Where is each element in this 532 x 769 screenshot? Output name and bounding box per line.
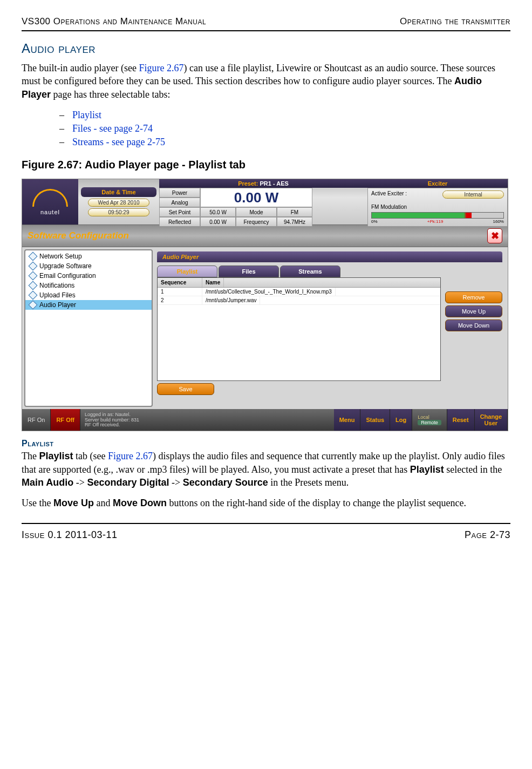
subsection-title: Playlist: [22, 439, 510, 448]
text: in the Presets menu.: [268, 477, 349, 488]
playlist-paragraph: The Playlist tab (see Figure 2.67) displ…: [22, 450, 510, 489]
text: ->: [73, 477, 87, 488]
label-mode: Mode: [236, 207, 277, 217]
text: and: [94, 498, 113, 508]
footer-left: Issue 0.1 2011-03-11: [22, 529, 118, 541]
rf-off-button[interactable]: RF Off: [51, 409, 80, 431]
power-readout: 0.00 W: [200, 188, 312, 207]
value-setpoint: 50.0 W: [200, 207, 236, 217]
diamond-icon: [29, 291, 38, 300]
local-remote-toggle[interactable]: Local Remote: [412, 409, 447, 431]
intro-paragraph: The built-in audio player (see Figure 2.…: [22, 62, 510, 101]
text: selected in the: [444, 464, 502, 475]
list-link-playlist[interactable]: Playlist: [72, 108, 101, 122]
status-info: Logged in as: Nautel. Server build numbe…: [80, 409, 334, 431]
nav-notifications[interactable]: Notifications: [25, 281, 152, 290]
menu-button[interactable]: Menu: [334, 409, 361, 431]
footer-right: Page 2-73: [465, 529, 510, 541]
header-right: Operating the transmitter: [400, 16, 510, 27]
table-row[interactable]: 2 /mnt/usb/Jumper.wav: [158, 296, 440, 305]
log-button[interactable]: Log: [390, 409, 412, 431]
exciter-cell: Exciter Active Exciter : Internal FM Mod…: [367, 179, 508, 224]
tab-streams[interactable]: Streams: [280, 266, 340, 277]
value-frequency: 94.7MHz: [277, 217, 312, 227]
nav-label: Upgrade Software: [39, 262, 92, 270]
value-reflected: 0.00 W: [200, 217, 236, 227]
tabs: Playlist Files Streams: [157, 266, 502, 277]
section-title: Audio player: [22, 41, 510, 56]
nav-label: Notifications: [39, 282, 74, 289]
info-cell: Preset: PR1 - AES Power 0.00 W Analog Se…: [159, 179, 367, 224]
text: Use the: [22, 498, 53, 508]
date-time-cell: Date & Time Wed Apr 28 2010 09:50:29: [78, 179, 159, 224]
bold-text: Secondary Source: [183, 477, 268, 488]
date-pill: Wed Apr 28 2010: [88, 199, 149, 207]
th-name: Name: [202, 278, 224, 287]
nav-network-setup[interactable]: Network Setup: [25, 251, 152, 261]
figure-ref-link[interactable]: Figure 2.67: [139, 63, 183, 73]
internal-pill: Internal: [442, 190, 504, 199]
dash: –: [59, 108, 72, 122]
text: tab (see: [73, 451, 108, 461]
local-label: Local: [418, 414, 441, 420]
text: page has three selectable tabs:: [51, 89, 170, 100]
button-column: Remove Move Up Move Down: [445, 277, 502, 381]
preset-value: PR1 - AES: [258, 180, 288, 187]
label-power: Power: [159, 188, 200, 198]
close-button[interactable]: ✖: [487, 228, 502, 243]
list-link-files[interactable]: Files - see page 2-74: [72, 122, 153, 135]
header-left: VS300 Operations and Maintenance Manual: [22, 16, 206, 27]
diamond-icon: [29, 281, 38, 290]
bold-text: Main Audio: [22, 477, 73, 488]
bottom-bar: RF On RF Off Logged in as: Nautel. Serve…: [22, 409, 508, 431]
status-button[interactable]: Status: [360, 409, 390, 431]
bold-text: Playlist: [39, 451, 73, 461]
bar-max: 160%: [493, 219, 504, 224]
bold-text: Playlist: [410, 464, 444, 475]
preset-heading: Preset: PR1 - AES: [159, 179, 367, 188]
td-name: /mnt/usb/Collective_Soul_-_The_World_I_K…: [202, 288, 336, 296]
tab-playlist[interactable]: Playlist: [157, 266, 217, 277]
bold-text: Move Down: [113, 498, 167, 508]
tab-files[interactable]: Files: [219, 266, 279, 277]
playlist-table: Sequence Name 1 /mnt/usb/Collective_Soul…: [157, 277, 441, 381]
diamond-icon: [29, 301, 38, 310]
active-exciter-label: Active Exciter :: [371, 190, 407, 196]
list-link-streams[interactable]: Streams - see page 2-75: [72, 135, 165, 149]
label-reflected: Reflected: [159, 217, 200, 227]
logo-text: nautel: [40, 209, 60, 215]
nav-label: Email Configuration: [39, 272, 96, 280]
bold-text: Move Up: [53, 498, 94, 508]
move-down-button[interactable]: Move Down: [445, 319, 502, 331]
remote-label: Remote: [418, 420, 441, 425]
logo: nautel: [22, 179, 78, 224]
change-user-button[interactable]: Change User: [475, 409, 508, 431]
figure-ref-link[interactable]: Figure 2.67: [108, 451, 153, 461]
rule-top: [22, 30, 510, 31]
nav-audio-player[interactable]: Audio Player: [25, 300, 152, 310]
label-frequency: Frequency: [236, 217, 277, 227]
label-setpoint: Set Point: [159, 207, 200, 217]
info-line: RF Off received.: [85, 423, 330, 428]
tab-list: –Playlist –Files - see page 2-74 –Stream…: [59, 108, 510, 149]
th-sequence: Sequence: [158, 278, 202, 287]
top-bar: nautel Date & Time Wed Apr 28 2010 09:50…: [22, 179, 508, 224]
bar-zero: 0%: [371, 219, 378, 224]
table-row[interactable]: 1 /mnt/usb/Collective_Soul_-_The_World_I…: [158, 288, 440, 296]
diamond-icon: [29, 271, 38, 281]
save-button[interactable]: Save: [157, 383, 214, 395]
reset-button[interactable]: Reset: [447, 409, 475, 431]
text: ->: [169, 477, 183, 488]
nav-upload-files[interactable]: Upload Files: [25, 290, 152, 300]
move-up-button[interactable]: Move Up: [445, 305, 502, 317]
remove-button[interactable]: Remove: [445, 291, 502, 303]
exciter-heading: Exciter: [367, 179, 508, 188]
nav-upgrade-software[interactable]: Upgrade Software: [25, 261, 152, 271]
bold-text: Secondary Digital: [87, 477, 169, 488]
label-analog: Analog: [159, 198, 200, 207]
rf-on-button[interactable]: RF On: [22, 409, 51, 431]
td-seq: 1: [158, 288, 202, 296]
nav-label: Network Setup: [39, 253, 82, 260]
modulation-bar: [371, 212, 504, 219]
nav-email-config[interactable]: Email Configuration: [25, 271, 152, 281]
